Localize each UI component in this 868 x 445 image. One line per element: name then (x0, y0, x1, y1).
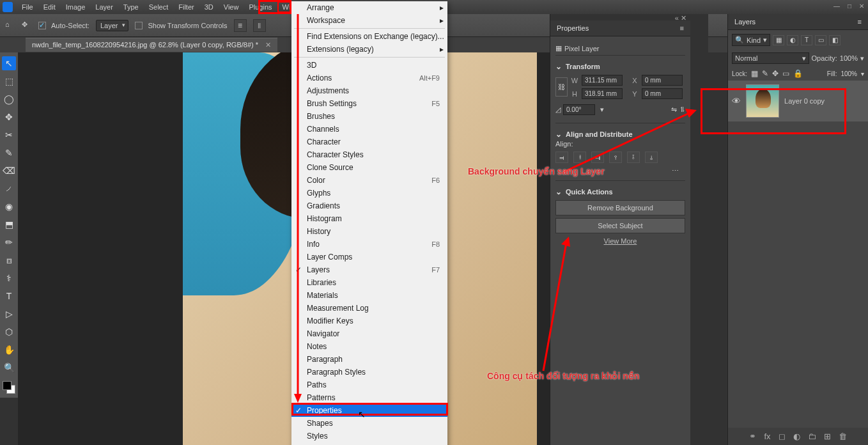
adjustment-icon[interactable]: ◐ (793, 432, 800, 441)
lock-paint-icon[interactable]: ✎ (762, 69, 768, 78)
tool-16[interactable]: ✋ (2, 343, 16, 357)
document-tab[interactable]: nwdn_file_temp_1608220954216.jpg @ 62.8%… (26, 38, 277, 52)
filter-smart-icon[interactable]: ◧ (829, 35, 841, 45)
menu-item-find-extensions-on-exchange-legacy-[interactable]: Find Extensions on Exchange (legacy)... (291, 30, 447, 43)
tool-11[interactable]: ⧈ (2, 253, 16, 267)
layer-item[interactable]: 👁 Layer 0 copy (728, 81, 868, 121)
menu-item-glyphs[interactable]: Glyphs (291, 187, 447, 199)
mask-icon[interactable]: ◻ (779, 432, 786, 441)
tool-9[interactable]: ⬒ (2, 217, 16, 231)
close-button[interactable]: ✕ (858, 3, 865, 10)
menu-item-clone-source[interactable]: Clone Source (291, 161, 447, 174)
tool-0[interactable]: ↖ (2, 56, 16, 70)
menu-plugins[interactable]: Plugins (244, 1, 277, 13)
menu-filter[interactable]: Filter (173, 1, 199, 13)
color-swatch[interactable] (3, 381, 15, 394)
group-icon[interactable]: 🗀 (808, 432, 816, 441)
transform-x[interactable]: 0 mm (642, 75, 683, 86)
move-tool-icon[interactable]: ✥ (22, 20, 32, 31)
filter-type-icon[interactable]: T (801, 35, 812, 45)
tool-14[interactable]: ▷ (2, 307, 16, 321)
menu-item-modifier-keys[interactable]: Modifier Keys (291, 315, 447, 327)
align-icon-2[interactable]: ⫴ (253, 19, 266, 32)
visibility-icon[interactable]: 👁 (732, 96, 741, 106)
menu-item-gradients[interactable]: Gradients (291, 199, 447, 212)
menu-item-paths[interactable]: Paths (291, 379, 447, 391)
menu-item-character-styles[interactable]: Character Styles (291, 148, 447, 161)
tool-2[interactable]: ◯ (2, 92, 16, 106)
remove-background-button[interactable]: Remove Background (555, 200, 685, 215)
menu-item-history[interactable]: History (291, 225, 447, 238)
new-layer-icon[interactable]: ⊞ (824, 432, 831, 441)
menu-item-3d[interactable]: 3D (291, 59, 447, 72)
tool-13[interactable]: T (2, 289, 16, 303)
lock-position-icon[interactable]: ✥ (772, 69, 779, 78)
transform-h[interactable]: 318.91 mm (582, 88, 623, 99)
filter-kind[interactable]: 🔍 Kind ▾ (732, 34, 770, 46)
auto-select-checkbox[interactable] (38, 22, 46, 29)
blend-mode[interactable]: Normal (732, 52, 809, 64)
filter-shape-icon[interactable]: ▭ (815, 35, 826, 45)
tool-5[interactable]: ✎ (2, 146, 16, 160)
menu-3d[interactable]: 3D (199, 1, 219, 13)
menu-item-character[interactable]: Character (291, 136, 447, 148)
fill-value[interactable]: 100% (841, 70, 857, 77)
tool-8[interactable]: ◉ (2, 199, 16, 214)
lock-transparent-icon[interactable]: ▦ (751, 69, 758, 78)
select-subject-button[interactable]: Select Subject (555, 218, 685, 233)
menu-item-layer-comps[interactable]: Layer Comps (291, 251, 447, 263)
menu-select[interactable]: Select (144, 1, 174, 13)
menu-item-navigator[interactable]: Navigator (291, 327, 447, 340)
menu-item-notes[interactable]: Notes (291, 340, 447, 353)
filter-pixel-icon[interactable]: ▦ (773, 35, 784, 45)
menu-item-paragraph[interactable]: Paragraph (291, 353, 447, 366)
layer-thumbnail[interactable] (746, 84, 779, 118)
home-icon[interactable]: ⌂ (5, 20, 15, 31)
transform-y[interactable]: 0 mm (642, 88, 683, 99)
tool-6[interactable]: ⌫ (2, 164, 16, 178)
menu-item-measurement-log[interactable]: Measurement Log (291, 302, 447, 315)
menu-item-brushes[interactable]: Brushes (291, 110, 447, 123)
transform-header[interactable]: Transform (555, 61, 685, 72)
menu-file[interactable]: File (17, 1, 38, 13)
tool-10[interactable]: ✏ (2, 235, 16, 249)
menu-image[interactable]: Image (61, 1, 91, 13)
menu-item-adjustments[interactable]: Adjustments (291, 84, 447, 97)
lock-artboard-icon[interactable]: ▭ (782, 69, 789, 78)
menu-item-shapes[interactable]: Shapes (291, 417, 447, 430)
tool-1[interactable]: ⬚ (2, 74, 16, 88)
tool-4[interactable]: ✂ (2, 128, 16, 142)
menu-item-patterns[interactable]: Patterns (291, 391, 447, 404)
properties-tab[interactable]: Properties ≡ (550, 20, 690, 36)
menu-item-channels[interactable]: Channels (291, 123, 447, 136)
menu-item-arrange[interactable]: Arrange (291, 1, 447, 14)
menu-item-workspace[interactable]: Workspace (291, 14, 447, 27)
menu-item-paragraph-styles[interactable]: Paragraph Styles (291, 366, 447, 379)
menu-item-properties[interactable]: Properties (291, 404, 447, 417)
close-tab-icon[interactable]: ✕ (265, 41, 271, 49)
transform-w[interactable]: 311.15 mm (582, 75, 623, 86)
menu-item-actions[interactable]: ActionsAlt+F9 (291, 72, 447, 84)
menu-item-info[interactable]: InfoF8 (291, 238, 447, 251)
tool-15[interactable]: ⬡ (2, 325, 16, 339)
menu-layer[interactable]: Layer (90, 1, 118, 13)
maximize-button[interactable]: □ (846, 3, 853, 10)
lock-all-icon[interactable]: 🔒 (793, 69, 803, 78)
fx-icon[interactable]: fx (764, 432, 770, 441)
link-layers-icon[interactable]: ⚭ (749, 432, 756, 441)
menu-item-layers[interactable]: LayersF7 (291, 263, 447, 276)
show-transform-checkbox[interactable] (135, 22, 143, 29)
menu-item-materials[interactable]: Materials (291, 289, 447, 302)
menu-item-histogram[interactable]: Histogram (291, 212, 447, 225)
layers-tab[interactable]: Layers ≡ (728, 14, 868, 30)
menu-item-libraries[interactable]: Libraries (291, 276, 447, 289)
align-icon[interactable]: ≡ (234, 19, 247, 32)
menu-item-brush-settings[interactable]: Brush SettingsF5 (291, 97, 447, 110)
panel-menu-icon[interactable]: ≡ (858, 18, 862, 26)
menu-item-styles[interactable]: Styles (291, 430, 447, 442)
link-wh-icon[interactable]: ⛓ (555, 77, 568, 97)
tool-12[interactable]: ⚕ (2, 271, 16, 285)
menu-view[interactable]: View (219, 1, 244, 13)
layer-name[interactable]: Layer 0 copy (784, 97, 864, 105)
auto-select-target[interactable]: Layer (96, 20, 129, 31)
